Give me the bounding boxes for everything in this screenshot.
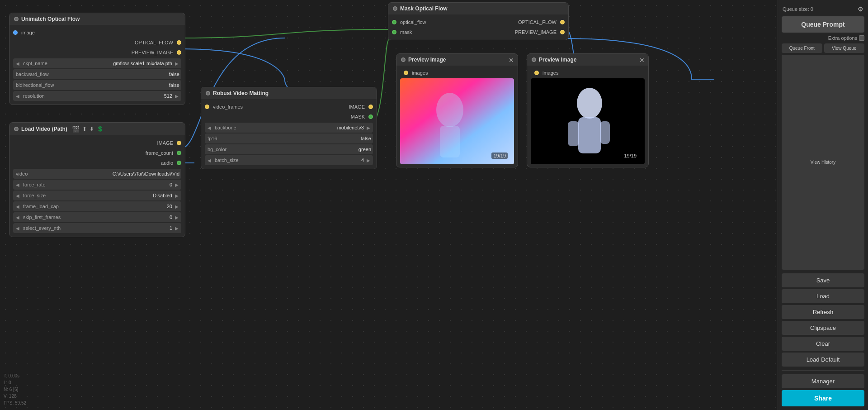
- svg-point-1: [436, 93, 463, 127]
- preview-image-1-header: Preview Image ✕: [396, 54, 518, 66]
- unimatch-optical-flow-port-row: OPTICAL_FLOW: [9, 38, 185, 48]
- save-button[interactable]: Save: [782, 273, 864, 287]
- unimatch-preview-label: PREVIEW_IMAGE: [132, 50, 173, 55]
- load-video-skip-first-frames-param[interactable]: ◀ skip_first_frames 0 ▶: [13, 212, 181, 222]
- unimatch-res-left-arrow[interactable]: ◀: [15, 94, 20, 99]
- load-video-video-label: video: [15, 171, 113, 176]
- preview-image-node-2: Preview Image ✕ images: [527, 53, 649, 167]
- unimatch-resolution-param[interactable]: ◀ resolution 512 ▶: [13, 91, 181, 101]
- load-video-body: IMAGE frame_count audio: [9, 135, 185, 237]
- mask-optical-flow-body: optical_flow OPTICAL_FLOW mask PREVIEW_I…: [388, 14, 568, 40]
- robust-video-backbone-param[interactable]: ◀ backbone mobilenetv3 ▶: [205, 123, 373, 133]
- preview-image-1-close[interactable]: ✕: [509, 57, 514, 64]
- mask-of-mask-in-label: mask: [400, 29, 412, 35]
- sub-btn-row: Queue Front View Queue: [782, 43, 864, 53]
- preview-image-2-dot: [532, 57, 536, 62]
- preview-image-1-port-row: images: [400, 68, 514, 78]
- unimatch-backward-value: false: [169, 72, 179, 77]
- unimatch-ckpt-param[interactable]: ◀ ckpt_name gmflow-scale1-mixdata.pth ▶: [13, 58, 181, 68]
- load-video-video-value: C:\\Users\\Tai\\Downloads\\Vid: [113, 171, 179, 176]
- mask-of-row2: mask PREVIEW_IMAGE: [388, 27, 568, 37]
- unimatch-status-dot: [14, 17, 19, 21]
- unimatch-preview-image-port-row: PREVIEW_IMAGE: [9, 48, 185, 57]
- robust-video-image-out-label: IMAGE: [349, 104, 365, 110]
- clear-button[interactable]: Clear: [782, 337, 864, 351]
- load-video-frame-load-cap-param[interactable]: ◀ frame_load_cap 20 ▶: [13, 201, 181, 211]
- preview-image-2-body: images 19/19: [527, 66, 648, 167]
- preview-image-1-body: images: [396, 66, 518, 167]
- preview-image-2-header: Preview Image ✕: [527, 54, 648, 66]
- status-t: T: 0.00s: [4, 372, 26, 379]
- load-video-select-every-nth-param[interactable]: ◀ select_every_nth 1 ▶: [13, 223, 181, 233]
- view-queue-button[interactable]: View Queue: [824, 43, 865, 53]
- queue-front-button[interactable]: Queue Front: [782, 43, 822, 53]
- preview-image-2-close[interactable]: ✕: [639, 57, 645, 64]
- unimatch-preview-port[interactable]: [177, 50, 181, 55]
- unimatch-image-label: image: [21, 30, 35, 35]
- robust-video-fp16-param[interactable]: fp16 false: [205, 133, 373, 143]
- preview-image-1-images-port[interactable]: [404, 71, 408, 75]
- queue-prompt-button[interactable]: Queue Prompt: [782, 16, 864, 33]
- unimatch-bidir-param[interactable]: bidirectional_flow false: [13, 80, 181, 90]
- load-video-force-size-param[interactable]: ◀ force_size Disabled ▶: [13, 191, 181, 200]
- extra-options-checkbox[interactable]: [859, 35, 864, 41]
- manager-button[interactable]: Manager: [782, 374, 864, 388]
- load-video-image-port[interactable]: [177, 141, 181, 145]
- load-video-audio-port[interactable]: [177, 161, 181, 165]
- load-video-icon2: ⬆: [82, 126, 87, 132]
- unimatch-ckpt-value: gmflow-scale1-mixdata.pth: [113, 61, 172, 66]
- robust-video-image-out-port[interactable]: [368, 105, 373, 109]
- robust-video-ports-row: video_frames IMAGE: [201, 102, 377, 112]
- unimatch-ckpt-left-arrow[interactable]: ◀: [15, 61, 20, 66]
- gear-icon[interactable]: ⚙: [858, 5, 863, 13]
- node-canvas[interactable]: Unimatch Optical Flow image OPTICAL_FLOW: [0, 0, 778, 410]
- mask-of-optical-flow-out-port[interactable]: [560, 20, 565, 24]
- unimatch-res-value: 512: [164, 93, 172, 99]
- preview-image-2-title: Preview Image: [539, 57, 576, 63]
- unimatch-ckpt-right-arrow[interactable]: ▶: [174, 61, 179, 66]
- robust-video-batch-size-param[interactable]: ◀ batch_size 4 ▶: [205, 155, 373, 165]
- unimatch-bidir-value: false: [169, 82, 179, 88]
- robust-video-frames-in-port[interactable]: [205, 105, 209, 109]
- robust-video-header: Robust Video Matting: [201, 87, 377, 99]
- unimatch-backward-param[interactable]: backward_flow false: [13, 69, 181, 79]
- unimatch-image-port[interactable]: [13, 30, 18, 35]
- view-history-button[interactable]: View History: [782, 55, 864, 270]
- extra-options-label: Extra options: [828, 35, 857, 41]
- robust-video-status-dot: [206, 91, 210, 95]
- robust-video-title: Robust Video Matting: [213, 90, 269, 96]
- extra-options-row: Extra options: [782, 34, 864, 42]
- mask-of-optical-flow-in-port[interactable]: [392, 20, 396, 24]
- sidebar-divider: [782, 370, 864, 371]
- unimatch-node: Unimatch Optical Flow image OPTICAL_FLOW: [9, 13, 185, 105]
- mask-of-preview-out-port[interactable]: [560, 30, 565, 34]
- load-video-icon4: 💲: [97, 126, 104, 132]
- load-button[interactable]: Load: [782, 289, 864, 303]
- status-l: L: 0: [4, 379, 26, 386]
- load-video-node: Load Video (Path) 🎬 ⬆ ⬇ 💲 IMAGE frame_co…: [9, 122, 185, 237]
- share-button[interactable]: Share: [782, 390, 864, 406]
- load-default-button[interactable]: Load Default: [782, 353, 864, 367]
- preview-image-2-svg: [531, 78, 645, 164]
- preview-image-1-counter: 19/19: [491, 153, 508, 159]
- preview-image-1-svg: [400, 78, 514, 164]
- refresh-button[interactable]: Refresh: [782, 305, 864, 319]
- unimatch-res-label: resolution: [22, 93, 162, 99]
- load-video-image-port-row: IMAGE: [9, 138, 185, 148]
- unimatch-res-right-arrow[interactable]: ▶: [174, 94, 179, 99]
- preview-image-1-container: 19/19: [400, 78, 514, 164]
- svg-rect-7: [600, 121, 610, 144]
- robust-video-mask-out-port[interactable]: [368, 114, 373, 119]
- robust-video-bgcolor-param[interactable]: bg_color green: [205, 144, 373, 154]
- load-video-audio-label: audio: [161, 160, 173, 166]
- mask-of-preview-out-label: PREVIEW_IMAGE: [515, 29, 557, 35]
- clipspace-button[interactable]: Clipspace: [782, 321, 864, 335]
- unimatch-title: Unimatch Optical Flow: [21, 16, 80, 22]
- mask-of-mask-in-port[interactable]: [392, 30, 396, 34]
- load-video-video-param[interactable]: video C:\\Users\\Tai\\Downloads\\Vid: [13, 169, 181, 179]
- load-video-force-rate-param[interactable]: ◀ force_rate 0 ▶: [13, 180, 181, 190]
- status-v: V: 128: [4, 393, 26, 400]
- preview-image-2-images-port[interactable]: [534, 71, 539, 75]
- load-video-framecount-port[interactable]: [177, 151, 181, 155]
- unimatch-optical-flow-port[interactable]: [177, 40, 181, 45]
